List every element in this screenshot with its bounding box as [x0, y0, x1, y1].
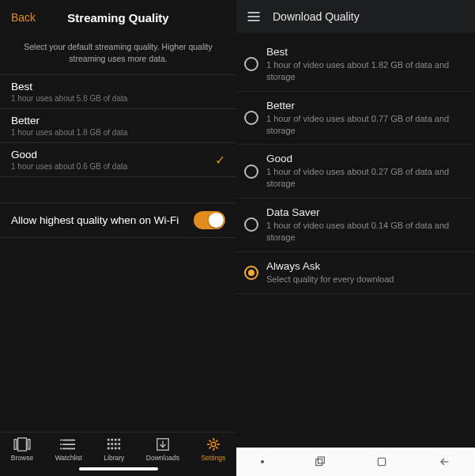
- svg-rect-15: [115, 443, 117, 445]
- nav-assistant-icon[interactable]: [261, 460, 264, 463]
- tab-downloads[interactable]: Downloads: [146, 437, 179, 462]
- android-nav-bar: [236, 448, 475, 476]
- downloads-icon: [154, 437, 172, 451]
- option-sublabel: 1 hour of video uses about 0.14 GB of da…: [266, 220, 466, 244]
- quality-option-data-saver[interactable]: Data Saver 1 hour of video uses about 0.…: [236, 198, 475, 252]
- nav-home-button[interactable]: [375, 455, 388, 468]
- svg-rect-20: [119, 448, 121, 450]
- option-sublabel: 1 hour of video uses about 1.82 GB of da…: [266, 59, 466, 83]
- radio-icon: [244, 266, 258, 280]
- tab-label: Browse: [11, 454, 33, 462]
- home-icon: [375, 455, 388, 468]
- tab-watchlist[interactable]: Watchlist: [55, 437, 82, 462]
- quality-option-good[interactable]: Good 1 hour uses about 0.6 GB of data ✓: [0, 142, 236, 177]
- option-label: Always Ask: [266, 260, 394, 272]
- svg-rect-10: [111, 439, 114, 441]
- checkmark-icon: ✓: [215, 153, 225, 168]
- back-button[interactable]: Back: [11, 11, 36, 24]
- tab-settings[interactable]: Settings: [201, 437, 225, 462]
- option-sublabel: Select quality for every download: [266, 274, 394, 285]
- radio-icon: [244, 217, 258, 232]
- svg-rect-18: [111, 448, 114, 450]
- svg-rect-14: [111, 443, 114, 445]
- gear-icon: [205, 437, 222, 451]
- option-label: Best: [266, 46, 466, 58]
- watchlist-icon: [60, 437, 77, 451]
- page-subtitle: Select your default streaming quality. H…: [0, 35, 236, 75]
- svg-rect-12: [119, 439, 121, 441]
- tab-bar: Browse Watchlist Library Downloads Setti…: [0, 432, 236, 465]
- android-header: Download Quality: [236, 0, 475, 33]
- ios-header: Back Streaming Quality: [0, 0, 236, 35]
- wifi-quality-row: Allow highest quality when on Wi-Fi: [0, 202, 236, 238]
- option-label: Better: [11, 115, 127, 127]
- radio-icon: [244, 111, 258, 125]
- nav-recents-button[interactable]: [314, 455, 326, 468]
- svg-rect-19: [115, 448, 117, 450]
- option-sublabel: 1 hour uses about 0.6 GB of data: [11, 162, 127, 171]
- svg-rect-16: [119, 443, 121, 445]
- browse-icon: [13, 437, 31, 451]
- tab-label: Settings: [201, 454, 225, 462]
- wifi-quality-label: Allow highest quality when on Wi-Fi: [11, 214, 179, 226]
- svg-rect-28: [318, 457, 324, 463]
- radio-icon: [244, 164, 258, 179]
- ios-screen: Back Streaming Quality Select your defau…: [0, 0, 236, 476]
- menu-button[interactable]: [246, 9, 262, 25]
- option-label: Good: [266, 153, 466, 164]
- quality-option-best[interactable]: Best 1 hour of video uses about 1.82 GB …: [236, 38, 475, 92]
- svg-rect-1: [18, 438, 27, 451]
- svg-point-6: [60, 440, 62, 441]
- svg-rect-13: [107, 443, 110, 445]
- tab-library[interactable]: Library: [104, 437, 124, 462]
- svg-rect-9: [107, 439, 110, 441]
- radio-icon: [244, 57, 258, 71]
- option-label: Data Saver: [266, 206, 466, 218]
- svg-point-23: [211, 442, 215, 446]
- back-arrow-icon: [438, 455, 450, 468]
- quality-list: Best 1 hour of video uses about 1.82 GB …: [236, 33, 475, 294]
- option-label: Best: [11, 81, 127, 93]
- svg-rect-29: [379, 458, 386, 465]
- tab-browse[interactable]: Browse: [11, 437, 33, 462]
- svg-rect-17: [107, 448, 110, 450]
- tab-label: Watchlist: [55, 454, 82, 462]
- quality-option-always-ask[interactable]: Always Ask Select quality for every down…: [236, 252, 475, 294]
- android-screen: Download Quality Best 1 hour of video us…: [236, 0, 475, 476]
- quality-option-better[interactable]: Better 1 hour uses about 1.8 GB of data: [0, 108, 236, 143]
- svg-rect-0: [14, 440, 17, 450]
- option-sublabel: 1 hour uses about 1.8 GB of data: [11, 128, 127, 137]
- svg-point-7: [60, 444, 62, 445]
- page-title: Download Quality: [273, 10, 360, 23]
- wifi-quality-toggle[interactable]: [194, 211, 225, 229]
- tab-label: Library: [104, 454, 124, 462]
- option-label: Better: [266, 100, 466, 111]
- nav-back-button[interactable]: [438, 455, 450, 468]
- option-sublabel: 1 hour of video uses about 0.77 GB of da…: [266, 113, 466, 137]
- quality-option-better[interactable]: Better 1 hour of video uses about 0.77 G…: [236, 92, 475, 145]
- library-icon: [105, 437, 123, 451]
- tab-label: Downloads: [146, 454, 179, 462]
- quality-list: Best 1 hour uses about 5.8 GB of data Be…: [0, 75, 236, 177]
- option-sublabel: 1 hour of video uses about 0.27 GB of da…: [266, 166, 466, 190]
- svg-rect-11: [115, 439, 117, 441]
- quality-option-best[interactable]: Best 1 hour uses about 5.8 GB of data: [0, 74, 236, 109]
- svg-point-8: [60, 448, 62, 449]
- svg-rect-2: [28, 440, 30, 450]
- recents-icon: [314, 455, 326, 468]
- quality-option-good[interactable]: Good 1 hour of video uses about 0.27 GB …: [236, 145, 475, 198]
- option-sublabel: 1 hour uses about 5.8 GB of data: [11, 94, 127, 103]
- home-indicator: [0, 465, 236, 476]
- svg-rect-27: [315, 459, 322, 466]
- option-label: Good: [11, 149, 127, 161]
- hamburger-icon: [246, 9, 262, 25]
